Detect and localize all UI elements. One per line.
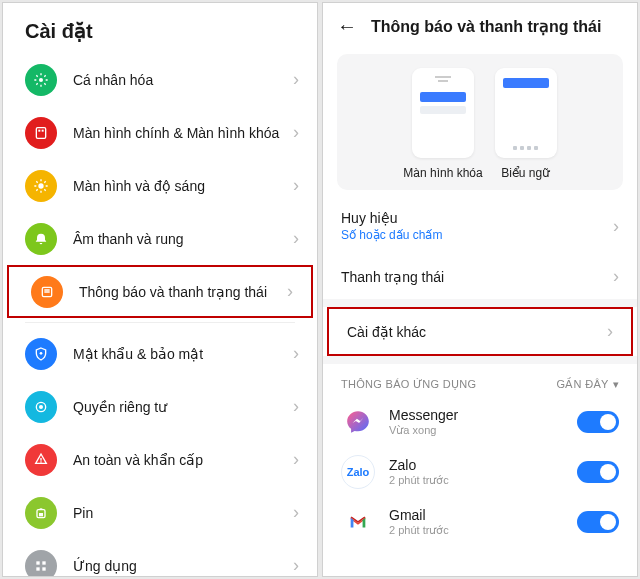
row-label: Màn hình và độ sáng <box>73 178 293 194</box>
svg-point-6 <box>40 352 43 355</box>
svg-rect-16 <box>36 567 39 570</box>
row-status-bar[interactable]: Thanh trạng thái › <box>323 254 637 299</box>
chevron-right-icon: › <box>293 175 299 196</box>
personalization-icon <box>25 64 57 96</box>
svg-rect-3 <box>42 129 44 131</box>
brightness-icon <box>25 170 57 202</box>
svg-point-8 <box>39 405 43 409</box>
settings-screen: Cài đặt Cá nhân hóa › Màn hình chính & M… <box>2 2 318 577</box>
row-privacy[interactable]: Quyền riêng tư › <box>3 380 317 433</box>
row-home-lock[interactable]: Màn hình chính & Màn hình khóa › <box>3 106 317 159</box>
row-safety-emergency[interactable]: An toàn và khẩn cấp › <box>3 433 317 486</box>
row-label: Pin <box>73 505 293 521</box>
svg-rect-9 <box>40 458 41 461</box>
banner-thumb <box>495 68 557 158</box>
home-lock-icon <box>25 117 57 149</box>
row-display[interactable]: Màn hình và độ sáng › <box>3 159 317 212</box>
chevron-right-icon: › <box>613 216 619 237</box>
chevron-right-icon: › <box>287 281 293 302</box>
messenger-icon <box>341 405 375 439</box>
app-sub: 2 phút trước <box>389 474 563 487</box>
svg-rect-13 <box>39 513 43 516</box>
chevron-right-icon: › <box>293 343 299 364</box>
toggle-switch[interactable] <box>577 511 619 533</box>
sound-icon <box>25 223 57 255</box>
row-label: Màn hình chính & Màn hình khóa <box>73 125 293 141</box>
app-name: Gmail <box>389 507 563 523</box>
app-info: Messenger Vừa xong <box>389 407 563 437</box>
row-label: Âm thanh và rung <box>73 231 293 247</box>
row-label: Cài đặt khác <box>347 324 426 340</box>
section-divider <box>323 299 637 307</box>
row-battery[interactable]: Pin › <box>3 486 317 539</box>
svg-point-4 <box>38 183 43 188</box>
notifications-screen: ← Thông báo và thanh trạng thái Màn hình… <box>322 2 638 577</box>
row-label: Huy hiệu <box>341 210 442 226</box>
chevron-right-icon: › <box>293 122 299 143</box>
app-sub: Vừa xong <box>389 424 563 437</box>
caret-down-icon: ▾ <box>613 378 619 391</box>
shield-icon <box>25 338 57 370</box>
row-label: Cá nhân hóa <box>73 72 293 88</box>
row-label: An toàn và khẩn cấp <box>73 452 293 468</box>
svg-rect-2 <box>38 129 40 131</box>
app-notifications-header: THÔNG BÁO ỨNG DỤNG GẦN ĐÂY ▾ <box>323 364 637 397</box>
apps-sort-dropdown[interactable]: GẦN ĐÂY ▾ <box>556 378 619 391</box>
svg-rect-10 <box>40 461 41 462</box>
chevron-right-icon: › <box>293 555 299 576</box>
svg-point-0 <box>39 78 43 82</box>
chevron-right-icon: › <box>613 266 619 287</box>
divider <box>25 322 295 323</box>
emergency-icon <box>25 444 57 476</box>
screen-title: Thông báo và thanh trạng thái <box>371 17 601 36</box>
back-button[interactable]: ← <box>337 15 357 38</box>
preview-banner[interactable]: Biểu ngữ <box>495 68 557 180</box>
preview-label: Màn hình khóa <box>403 166 482 180</box>
gmail-icon <box>341 505 375 539</box>
chevron-right-icon: › <box>293 396 299 417</box>
chevron-right-icon: › <box>607 321 613 342</box>
apps-header-label: THÔNG BÁO ỨNG DỤNG <box>341 378 476 391</box>
chevron-right-icon: › <box>293 69 299 90</box>
app-info: Gmail 2 phút trước <box>389 507 563 537</box>
row-apps[interactable]: Ứng dụng › <box>3 539 317 577</box>
row-personalization[interactable]: Cá nhân hóa › <box>3 53 317 106</box>
app-sub: 2 phút trước <box>389 524 563 537</box>
app-row-zalo[interactable]: Zalo Zalo 2 phút trước <box>323 447 637 497</box>
settings-list: Cá nhân hóa › Màn hình chính & Màn hình … <box>3 53 317 577</box>
svg-rect-14 <box>36 561 39 564</box>
svg-rect-1 <box>36 127 45 138</box>
preview-lockscreen[interactable]: Màn hình khóa <box>403 68 482 180</box>
preview-label: Biểu ngữ <box>501 166 550 180</box>
toggle-switch[interactable] <box>577 461 619 483</box>
settings-title: Cài đặt <box>3 3 317 53</box>
svg-rect-17 <box>42 567 45 570</box>
app-row-gmail[interactable]: Gmail 2 phút trước <box>323 497 637 547</box>
row-badges[interactable]: Huy hiệu Số hoặc dấu chấm › <box>323 198 637 254</box>
zalo-icon: Zalo <box>341 455 375 489</box>
lockscreen-thumb <box>412 68 474 158</box>
app-info: Zalo 2 phút trước <box>389 457 563 487</box>
row-label: Quyền riêng tư <box>73 399 293 415</box>
apps-icon <box>25 550 57 578</box>
privacy-icon <box>25 391 57 423</box>
app-row-messenger[interactable]: Messenger Vừa xong <box>323 397 637 447</box>
app-name: Messenger <box>389 407 563 423</box>
svg-rect-15 <box>42 561 45 564</box>
row-password-security[interactable]: Mật khẩu & bảo mật › <box>3 327 317 380</box>
svg-rect-12 <box>40 508 43 509</box>
notifications-icon <box>31 276 63 308</box>
row-sublabel: Số hoặc dấu chấm <box>341 228 442 242</box>
row-notifications-statusbar[interactable]: Thông báo và thanh trạng thái › <box>7 265 313 318</box>
chevron-right-icon: › <box>293 449 299 470</box>
row-sound[interactable]: Âm thanh và rung › <box>3 212 317 265</box>
row-other-settings[interactable]: Cài đặt khác › <box>327 307 633 356</box>
header: ← Thông báo và thanh trạng thái <box>323 3 637 48</box>
battery-icon <box>25 497 57 529</box>
section-divider <box>323 356 637 364</box>
row-label: Ứng dụng <box>73 558 293 574</box>
chevron-right-icon: › <box>293 228 299 249</box>
app-name: Zalo <box>389 457 563 473</box>
toggle-switch[interactable] <box>577 411 619 433</box>
preview-card: Màn hình khóa Biểu ngữ <box>337 54 623 190</box>
